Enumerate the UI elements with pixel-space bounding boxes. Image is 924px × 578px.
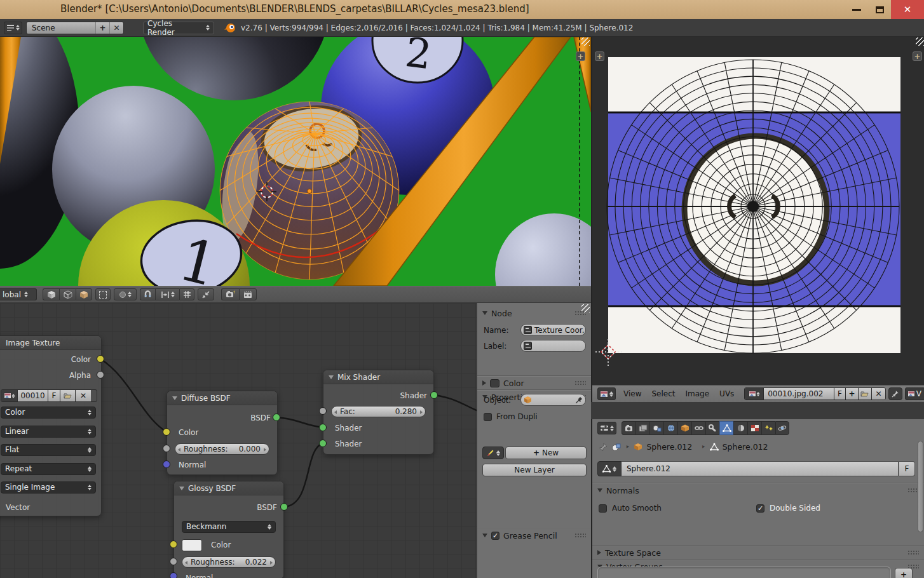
menu-view[interactable]: View xyxy=(620,389,645,398)
socket-glossy-roughness-in[interactable] xyxy=(170,558,177,565)
node-name-field[interactable]: Texture Coor... xyxy=(520,324,586,336)
tab-object-data[interactable] xyxy=(719,421,733,435)
breadcrumb-object[interactable]: Sphere.012 xyxy=(646,442,692,452)
projection-select[interactable]: Flat xyxy=(1,444,96,456)
socket-glossy-normal-in[interactable] xyxy=(170,572,177,578)
socket-diffuse-color-in[interactable] xyxy=(163,428,170,436)
corner-resize-grip[interactable] xyxy=(916,37,924,46)
vertex-groups-list[interactable] xyxy=(597,567,891,578)
scene-icon[interactable] xyxy=(611,443,622,452)
node-editor[interactable]: Image Texture Color Alpha 00010 F ✕ xyxy=(0,303,591,578)
node-header[interactable]: Image Texture xyxy=(0,336,101,350)
socket-mix-shader-out[interactable] xyxy=(430,391,438,399)
scrollbar[interactable] xyxy=(918,441,923,532)
scene-name[interactable]: Scene xyxy=(27,22,95,34)
node-diffuse-bsdf[interactable]: Diffuse BSDF BSDF Color Roughness: 0.000… xyxy=(166,391,278,475)
fac-slider[interactable]: Fac: 0.280 xyxy=(331,406,426,417)
corner-resize-grip[interactable] xyxy=(581,37,590,46)
pin-button[interactable] xyxy=(888,387,902,400)
fake-user-button[interactable]: F xyxy=(899,461,915,476)
roughness-slider[interactable]: Roughness: 0.000 xyxy=(175,443,269,455)
render-engine-select[interactable]: Cycles Render xyxy=(143,22,214,34)
manipulator-rotate-button[interactable] xyxy=(59,288,76,300)
tab-render-layers[interactable] xyxy=(635,421,649,435)
tab-constraints[interactable] xyxy=(691,421,705,435)
tab-physics[interactable] xyxy=(775,421,789,435)
color-section-header[interactable]: Color xyxy=(477,377,591,389)
expand-region-button[interactable]: + xyxy=(913,51,922,61)
socket-mix-fac-in[interactable] xyxy=(319,407,327,415)
roughness-slider[interactable]: Roughness: 0.022 xyxy=(182,556,276,568)
unlink-image-button[interactable]: ✕ xyxy=(76,390,91,401)
corner-resize-grip[interactable] xyxy=(581,304,590,313)
transform-orientation-select[interactable]: lobal xyxy=(0,288,37,300)
tab-particles[interactable] xyxy=(761,421,775,435)
grease-pencil-checkbox[interactable]: ✓ xyxy=(491,532,499,540)
manipulator-translate-button[interactable] xyxy=(43,288,59,300)
image-source-select[interactable]: Single Image xyxy=(1,481,96,494)
editor-type-button[interactable] xyxy=(4,22,22,34)
image-datablock[interactable]: 00010 F ✕ xyxy=(1,389,97,402)
extension-select[interactable]: Repeat xyxy=(1,463,96,475)
menu-select[interactable]: Select xyxy=(648,389,679,398)
color-swatch[interactable] xyxy=(490,379,499,387)
from-dupli-checkbox[interactable] xyxy=(484,413,492,421)
opengl-render-image-button[interactable]: + xyxy=(221,288,239,300)
breadcrumb-data[interactable]: Sphere.012 xyxy=(723,442,768,452)
node-mix-shader[interactable]: Mix Shader Shader Fac: 0.280 Shader Shad… xyxy=(323,370,434,455)
socket-color-out[interactable] xyxy=(97,355,104,363)
open-image-button[interactable] xyxy=(60,390,76,401)
snap-volume-button[interactable] xyxy=(95,288,111,300)
snap-target-button[interactable] xyxy=(179,288,194,300)
color-space-select[interactable]: Color xyxy=(1,407,96,419)
tab-texture[interactable] xyxy=(747,421,761,435)
editor-type-button[interactable] xyxy=(597,387,616,400)
display-mode-button[interactable]: V xyxy=(905,387,924,400)
manipulate-center-points-button[interactable] xyxy=(198,288,214,300)
collapse-icon[interactable] xyxy=(172,396,177,400)
double-sided-row[interactable]: ✓ Double Sided xyxy=(756,504,820,513)
close-button[interactable]: ✕ xyxy=(891,0,924,19)
expand-region-button[interactable]: + xyxy=(576,51,585,61)
double-sided-checkbox[interactable]: ✓ xyxy=(756,504,764,513)
tab-material[interactable] xyxy=(733,421,747,435)
object-field[interactable] xyxy=(520,394,586,406)
node-image-texture[interactable]: Image Texture Color Alpha 00010 F ✕ xyxy=(0,335,102,516)
grease-pencil-section-header[interactable]: ✓ Grease Pencil xyxy=(477,529,591,542)
socket-mix-shader2-in[interactable] xyxy=(319,440,327,447)
tab-modifiers[interactable] xyxy=(705,421,719,435)
node-label-field[interactable] xyxy=(520,340,586,352)
image-browse-button[interactable] xyxy=(745,388,764,400)
manipulator-scale-button[interactable] xyxy=(76,288,92,300)
node-header[interactable]: Diffuse BSDF xyxy=(167,391,277,405)
auto-smooth-checkbox[interactable] xyxy=(599,504,607,513)
gp-new-button[interactable]: + New xyxy=(505,447,587,459)
snap-element-select[interactable] xyxy=(155,288,179,300)
socket-alpha-out[interactable] xyxy=(97,371,104,379)
tab-scene[interactable] xyxy=(649,421,663,435)
socket-diffuse-normal-in[interactable] xyxy=(163,460,170,468)
add-scene-button[interactable]: + xyxy=(95,22,109,34)
tab-world[interactable] xyxy=(663,421,677,435)
gp-datablock-button[interactable] xyxy=(482,447,504,459)
new-image-button[interactable]: + xyxy=(846,388,859,400)
color-swatch[interactable] xyxy=(182,539,202,551)
minimize-button[interactable] xyxy=(846,0,867,19)
node-glossy-bsdf[interactable]: Glossy BSDF BSDF Beckmann Color Roughnes… xyxy=(173,481,284,578)
texture-space-section-header[interactable]: Texture Space xyxy=(592,546,924,559)
distribution-select[interactable]: Beckmann xyxy=(182,521,276,533)
uv-image-editor[interactable]: + + View Select Image UVs 00010.jpg.002 … xyxy=(591,37,924,402)
node-header[interactable]: Glossy BSDF xyxy=(174,481,283,495)
maximize-button[interactable] xyxy=(869,0,890,19)
unlink-image-button[interactable]: ✕ xyxy=(872,388,885,400)
panel-grip-icon[interactable] xyxy=(574,380,586,386)
menu-uvs[interactable]: UVs xyxy=(716,389,738,398)
node-section-header[interactable]: Node xyxy=(477,307,591,319)
panel-grip-icon[interactable] xyxy=(574,533,586,538)
delete-scene-button[interactable]: ✕ xyxy=(109,22,123,34)
viewport-3d[interactable]: 2 xyxy=(0,37,591,286)
socket-diffuse-roughness-in[interactable] xyxy=(163,445,170,452)
tab-object[interactable] xyxy=(677,421,691,435)
socket-mix-shader1-in[interactable] xyxy=(319,424,327,431)
socket-diffuse-bsdf-out[interactable] xyxy=(273,413,280,421)
